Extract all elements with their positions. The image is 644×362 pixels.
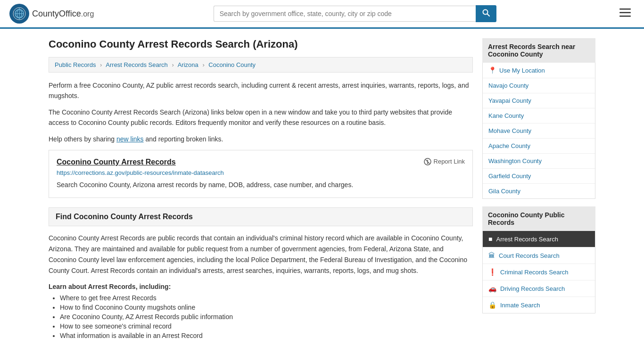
breadcrumb-link-public-records[interactable]: Public Records xyxy=(55,61,96,68)
public-record-court[interactable]: 🏛 Court Records Search xyxy=(483,247,595,264)
learn-item: Where to get free Arrest Records xyxy=(60,294,473,302)
svg-rect-8 xyxy=(619,12,631,14)
svg-rect-9 xyxy=(619,16,631,17)
menu-button[interactable] xyxy=(616,6,635,22)
yavapai-county-link[interactable]: Yavapai County xyxy=(488,97,531,104)
search-area xyxy=(214,5,496,22)
breadcrumb: Public Records › Arrest Records Search ›… xyxy=(49,57,473,73)
use-location-link[interactable]: Use My Location xyxy=(499,67,545,74)
sidebar-county-kane[interactable]: Kane County xyxy=(483,108,595,123)
find-section-body: Coconino County Arrest Records are publi… xyxy=(49,233,473,276)
garfield-county-link[interactable]: Garfield County xyxy=(488,173,531,180)
driving-label: Driving Records Search xyxy=(500,285,565,292)
use-my-location-item[interactable]: 📍 Use My Location xyxy=(483,63,595,78)
public-record-criminal[interactable]: ❗ Criminal Records Search xyxy=(483,264,595,280)
breadcrumb-sep-1: › xyxy=(100,61,102,68)
learn-item: Are Coconino County, AZ Arrest Records p… xyxy=(60,313,473,321)
svg-point-12 xyxy=(427,163,428,164)
public-record-driving[interactable]: 🚗 Driving Records Search xyxy=(483,280,595,297)
location-icon: 📍 xyxy=(488,66,496,74)
arrest-icon: ■ xyxy=(488,235,492,243)
nearby-county-list: 📍 Use My Location Navajo County Yavapai … xyxy=(482,63,595,199)
breadcrumb-link-arizona[interactable]: Arizona xyxy=(178,61,198,68)
breadcrumb-sep-2: › xyxy=(172,61,173,68)
driving-icon: 🚗 xyxy=(488,285,496,292)
sidebar-county-mohave[interactable]: Mohave County xyxy=(483,123,595,139)
learn-item: How to find Coconino County mugshots onl… xyxy=(60,304,473,311)
public-records-list: ■ Arrest Records Search 🏛 Court Records … xyxy=(482,231,595,313)
public-record-inmate[interactable]: 🔒 Inmate Search xyxy=(483,297,595,313)
learn-item: How to see someone's criminal record xyxy=(60,322,473,330)
kane-county-link[interactable]: Kane County xyxy=(488,112,524,119)
nearby-section-title: Arrest Records Search near Coconino Coun… xyxy=(482,38,595,63)
header: CountyOffice.org xyxy=(0,0,644,29)
desc-para3-suffix: and reporting broken links. xyxy=(144,135,223,143)
washington-county-link[interactable]: Washington County xyxy=(488,157,542,165)
breadcrumb-link-arrest-records[interactable]: Arrest Records Search xyxy=(106,61,168,68)
record-description: Search Coconino County, Arizona arrest r… xyxy=(57,180,465,190)
svg-rect-7 xyxy=(619,8,631,10)
learn-item: What information is available in an Arre… xyxy=(60,332,473,339)
logo-brand: CountyOffice xyxy=(32,9,81,18)
sidebar-county-yavapai[interactable]: Yavapai County xyxy=(483,93,595,108)
desc-para3-prefix: Help others by sharing xyxy=(49,135,116,143)
logo-area[interactable]: CountyOffice.org xyxy=(9,4,94,24)
sidebar: Arrest Records Search near Coconino Coun… xyxy=(482,38,595,341)
description-para-3: Help others by sharing new links and rep… xyxy=(49,134,473,144)
page-title: Coconino County Arrest Records Search (A… xyxy=(49,38,473,50)
search-button[interactable] xyxy=(476,5,496,22)
sidebar-county-garfield[interactable]: Garfield County xyxy=(483,169,595,184)
description-para-2: The Coconino County Arrest Records Searc… xyxy=(49,107,473,128)
public-record-arrest[interactable]: ■ Arrest Records Search xyxy=(483,231,595,247)
inmate-label: Inmate Search xyxy=(500,302,540,309)
navajo-county-link[interactable]: Navajo County xyxy=(488,82,528,89)
apache-county-link[interactable]: Apache County xyxy=(488,142,530,149)
find-section-heading: Find Coconino County Arrest Records xyxy=(49,207,473,226)
svg-line-6 xyxy=(487,14,489,16)
record-url[interactable]: https://corrections.az.gov/public-resour… xyxy=(57,169,465,176)
court-label: Court Records Search xyxy=(499,252,560,259)
sidebar-county-navajo[interactable]: Navajo County xyxy=(483,78,595,93)
record-card-header: Coconino County Arrest Records Report Li… xyxy=(57,158,465,166)
logo-text: CountyOffice.org xyxy=(32,9,94,19)
logo-suffix: .org xyxy=(81,10,94,18)
sidebar-county-washington[interactable]: Washington County xyxy=(483,154,595,169)
public-records-section-title: Coconino County Public Records xyxy=(482,206,595,231)
report-link-label: Report Link xyxy=(434,158,465,165)
learn-list: Where to get free Arrest Records How to … xyxy=(49,294,473,339)
description-para-1: Perform a free Coconino County, AZ publi… xyxy=(49,80,473,101)
criminal-icon: ❗ xyxy=(488,268,496,276)
breadcrumb-sep-3: › xyxy=(202,61,204,68)
report-link-button[interactable]: Report Link xyxy=(424,158,465,165)
mohave-county-link[interactable]: Mohave County xyxy=(488,127,531,134)
main-container: Coconino County Arrest Records Search (A… xyxy=(39,29,605,351)
breadcrumb-link-coconino[interactable]: Coconino County xyxy=(208,61,256,68)
record-card: Coconino County Arrest Records Report Li… xyxy=(49,150,473,198)
arrest-label: Arrest Records Search xyxy=(496,236,558,243)
court-icon: 🏛 xyxy=(488,252,495,259)
content-area: Coconino County Arrest Records Search (A… xyxy=(49,38,473,341)
inmate-icon: 🔒 xyxy=(488,301,496,309)
sidebar-county-gila[interactable]: Gila County xyxy=(483,184,595,198)
criminal-label: Criminal Records Search xyxy=(500,269,569,276)
learn-heading: Learn about Arrest Records, including: xyxy=(49,283,473,290)
logo-icon xyxy=(9,4,29,24)
gila-county-link[interactable]: Gila County xyxy=(488,188,520,195)
search-input[interactable] xyxy=(214,6,476,22)
new-links-link[interactable]: new links xyxy=(116,135,144,143)
record-title: Coconino County Arrest Records xyxy=(57,158,176,166)
sidebar-county-apache[interactable]: Apache County xyxy=(483,139,595,154)
